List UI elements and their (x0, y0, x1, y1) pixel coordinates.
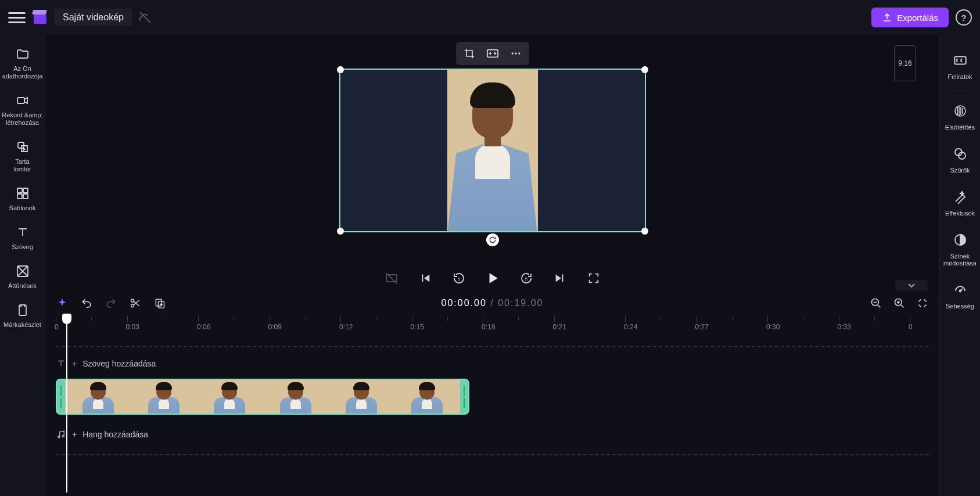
app-logo (33, 10, 48, 25)
preview-stage: 9:16 5 5 (45, 35, 939, 290)
timeline-tracks: + Szöveg hozzáadása + Hang hozzáadása (56, 346, 929, 455)
crop-button[interactable] (458, 44, 480, 63)
resize-handle-br[interactable] (641, 228, 648, 235)
clip-trim-right-handle[interactable] (460, 380, 468, 414)
play-button[interactable] (484, 269, 501, 287)
svg-rect-2 (17, 188, 22, 193)
filters-icon (952, 146, 968, 162)
preview-off-icon (383, 269, 400, 287)
sidebar-item-content-library[interactable]: Tarta lomtár (0, 134, 45, 180)
forward-5-button[interactable]: 5 (518, 269, 535, 287)
right-item-label: Szűrők (950, 167, 970, 174)
svg-text:5: 5 (525, 276, 527, 282)
current-time: 00:00.00 (441, 298, 487, 308)
sidebar-item-label: Tarta lomtár (13, 158, 31, 173)
resize-handle-tl[interactable] (337, 66, 344, 73)
right-item-effects[interactable]: Effektusok (940, 182, 981, 225)
speed-icon (952, 282, 968, 298)
svg-rect-3 (23, 188, 28, 193)
resize-handle-tr[interactable] (641, 66, 648, 73)
sidebar-item-label: Rekord &amp; létrehozása (2, 112, 42, 127)
right-item-fade[interactable]: Elsötétítés (940, 96, 981, 139)
clip-thumbnails (65, 380, 460, 414)
aspect-ratio-button[interactable]: 9:16 (894, 45, 916, 81)
rotate-handle[interactable] (486, 233, 499, 246)
svg-rect-14 (487, 50, 497, 57)
zoom-in-button[interactable] (893, 297, 906, 310)
svg-point-15 (511, 52, 513, 54)
ruler-tick-label: 0:21 (553, 323, 566, 331)
library-icon (15, 139, 30, 154)
sidebar-item-templates[interactable]: Sablonok (0, 180, 45, 219)
redo-button (105, 297, 117, 310)
video-track-row (56, 379, 929, 415)
help-button[interactable]: ? (956, 9, 972, 26)
plus-icon: + (72, 359, 77, 368)
svg-rect-7 (19, 305, 26, 315)
sidebar-item-brandkit[interactable]: Márkakészlet (0, 297, 45, 336)
skip-end-button[interactable] (551, 269, 569, 287)
timeline-panel: 00:00.00 / 00:19.00 00:030:060:090:120:1… (45, 290, 939, 496)
undo-button[interactable] (80, 297, 93, 310)
selected-clip-frame[interactable] (339, 69, 646, 232)
camera-icon (15, 93, 30, 108)
fullscreen-button[interactable] (585, 269, 602, 287)
svg-rect-5 (23, 194, 28, 199)
brandkit-icon (15, 303, 30, 318)
rewind-5-button[interactable]: 5 (450, 269, 468, 287)
ruler-tick-label: 0:24 (624, 323, 637, 331)
left-sidebar: Az Ön adathordozója Rekord &amp; létreho… (0, 35, 45, 496)
zoom-fit-button[interactable] (916, 297, 929, 310)
project-title[interactable]: Saját videokép (55, 9, 132, 26)
add-audio-label: Hang hozzáadása (82, 430, 148, 439)
sidebar-item-transitions[interactable]: Áttűnések (0, 258, 45, 297)
ruler-tick-label: 0:27 (695, 323, 709, 331)
sidebar-item-label: Sablonok (9, 204, 36, 212)
right-item-label: Sebesség (946, 303, 974, 310)
sidebar-item-media[interactable]: Az Ön adathordozója (0, 41, 45, 87)
add-text-track-row[interactable]: + Szöveg hozzáadása (56, 352, 929, 375)
sidebar-item-record[interactable]: Rekord &amp; létrehozása (0, 87, 45, 134)
timeline-ruler[interactable]: 00:030:060:090:120:150:180:210:240:270:3… (56, 316, 939, 336)
skip-start-button[interactable] (417, 269, 434, 287)
right-sidebar: Feliratok Elsötétítés Szűrők Effektusok … (939, 35, 980, 496)
ruler-tick-label: 0:12 (339, 323, 353, 331)
sidebar-item-text[interactable]: Szöveg (0, 219, 45, 258)
export-label: Exportálás (897, 13, 938, 23)
resize-handle-bl[interactable] (337, 228, 344, 235)
more-button[interactable] (505, 44, 527, 63)
timeline-toolbar: 00:00.00 / 00:19.00 (45, 290, 939, 316)
fade-icon (952, 103, 968, 119)
export-button[interactable]: Exportálás (871, 8, 949, 27)
clip-trim-left-handle[interactable] (57, 380, 65, 414)
timeline-collapse-button[interactable] (895, 280, 928, 290)
right-item-adjust-colors[interactable]: Színek módosítása (940, 225, 981, 275)
split-button[interactable] (129, 297, 142, 310)
duplicate-button[interactable] (153, 297, 166, 310)
right-item-filters[interactable]: Szűrők (940, 139, 981, 182)
svg-point-27 (58, 436, 60, 438)
video-clip[interactable] (56, 379, 469, 415)
ruler-tick-label: 0:15 (411, 323, 424, 331)
svg-rect-1 (18, 142, 24, 148)
ruler-tick-label: 0 (909, 323, 913, 331)
ruler-tick-label: 0:06 (197, 323, 210, 331)
menu-button[interactable] (8, 9, 26, 26)
right-item-captions[interactable]: Feliratok (940, 45, 981, 88)
fit-button[interactable] (482, 44, 504, 63)
cloud-off-icon (139, 11, 152, 24)
ruler-tick-label: 0:03 (126, 323, 139, 331)
svg-text:5: 5 (457, 276, 460, 282)
zoom-out-button[interactable] (870, 297, 882, 310)
right-item-speed[interactable]: Sebesség (940, 275, 981, 318)
add-text-label: Szöveg hozzáadása (82, 359, 156, 368)
ai-sparkle-button[interactable] (56, 297, 69, 310)
templates-icon (15, 186, 30, 201)
svg-rect-0 (17, 98, 24, 103)
svg-point-9 (955, 106, 965, 116)
ruler-tick-label: 0:30 (766, 323, 780, 331)
svg-rect-4 (17, 194, 22, 199)
playhead[interactable] (66, 316, 67, 493)
top-bar: Saját videokép Exportálás ? (0, 0, 980, 35)
add-audio-track-row[interactable]: + Hang hozzáadása (56, 423, 929, 446)
